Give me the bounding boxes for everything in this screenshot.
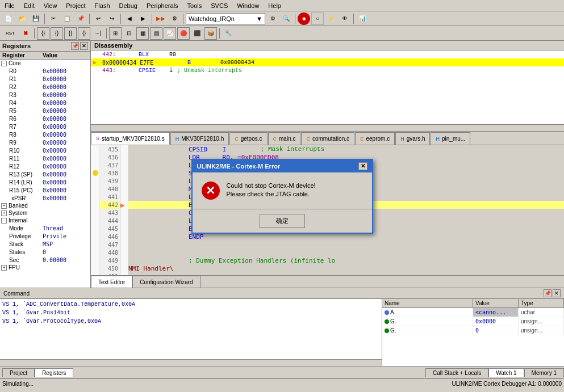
modal-confirm-btn[interactable]: 确定: [260, 214, 305, 228]
modal-overlay: ULINK2/ME - Cortex-M Error ✕ ✕ Could not…: [0, 0, 564, 392]
modal-message-2: Please check the JTAG cable.: [227, 190, 316, 199]
modal-message-1: Could not stop Cortex-M device!: [227, 182, 316, 190]
modal-close-btn[interactable]: ✕: [358, 162, 367, 170]
modal-footer: 确定: [193, 209, 372, 233]
modal-dialog: ULINK2/ME - Cortex-M Error ✕ ✕ Could not…: [191, 159, 373, 234]
modal-text: Could not stop Cortex-M device! Please c…: [227, 182, 316, 199]
modal-body: ✕ Could not stop Cortex-M device! Please…: [193, 172, 372, 209]
modal-title: ULINK2/ME - Cortex-M Error: [197, 163, 281, 170]
modal-error-icon: ✕: [202, 182, 220, 200]
modal-titlebar: ULINK2/ME - Cortex-M Error ✕: [193, 160, 372, 172]
